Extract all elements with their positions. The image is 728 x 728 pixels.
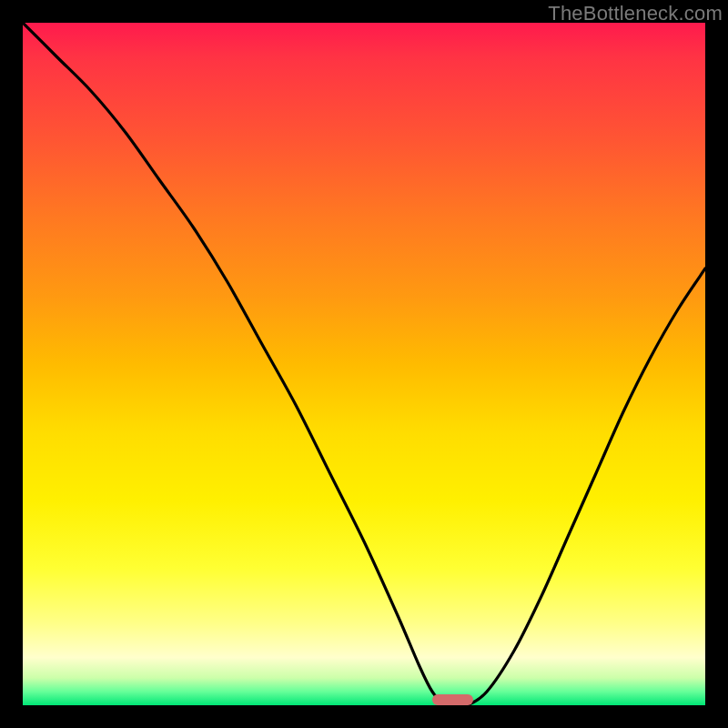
plot-area xyxy=(23,23,705,705)
watermark-text: TheBottleneck.com xyxy=(548,2,723,25)
optimal-marker xyxy=(432,694,473,705)
bottleneck-chart: TheBottleneck.com xyxy=(0,0,728,728)
curve-layer xyxy=(23,23,705,705)
bottleneck-curve xyxy=(23,23,705,705)
